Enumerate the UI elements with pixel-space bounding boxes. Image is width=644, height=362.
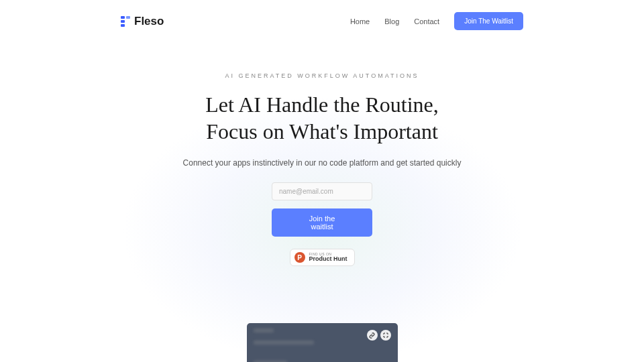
logo-icon bbox=[121, 16, 130, 27]
hero-title-line1: Let AI Handle the Routine, bbox=[205, 93, 438, 117]
nav-home[interactable]: Home bbox=[350, 17, 370, 25]
brand-name: Fleso bbox=[134, 15, 164, 28]
blur-line bbox=[254, 341, 314, 345]
video-blur-content bbox=[254, 328, 314, 362]
fullscreen-icon[interactable] bbox=[380, 330, 391, 341]
demo-video-preview[interactable] bbox=[247, 323, 398, 362]
product-hunt-icon: P bbox=[294, 252, 305, 263]
product-hunt-badge[interactable]: P FIND US ON Product Hunt bbox=[290, 249, 355, 266]
hero-title-line2: Focus on What's Important bbox=[206, 119, 438, 143]
product-hunt-name: Product Hunt bbox=[309, 256, 347, 262]
svg-rect-0 bbox=[121, 16, 125, 19]
header-waitlist-button[interactable]: Join The Waitlist bbox=[454, 12, 523, 30]
hero-content: AI GENERATED WORKFLOW AUTOMATIONS Let AI… bbox=[0, 72, 644, 362]
main-nav: Home Blog Contact Join The Waitlist bbox=[350, 12, 523, 30]
blur-line bbox=[254, 328, 274, 333]
nav-contact[interactable]: Contact bbox=[414, 17, 439, 25]
site-header: Fleso Home Blog Contact Join The Waitlis… bbox=[0, 0, 644, 42]
copy-link-icon[interactable] bbox=[367, 330, 378, 341]
brand-logo[interactable]: Fleso bbox=[121, 15, 164, 28]
nav-blog[interactable]: Blog bbox=[384, 17, 399, 25]
hero-title: Let AI Handle the Routine, Focus on What… bbox=[0, 91, 644, 145]
svg-rect-3 bbox=[121, 24, 125, 27]
hero-subtitle: Connect your apps instinctively in our n… bbox=[0, 158, 644, 168]
svg-rect-2 bbox=[121, 20, 125, 23]
video-controls bbox=[367, 330, 391, 341]
hero-eyebrow: AI GENERATED WORKFLOW AUTOMATIONS bbox=[0, 72, 644, 79]
email-input[interactable] bbox=[272, 182, 372, 200]
svg-rect-1 bbox=[126, 16, 130, 19]
product-hunt-text: FIND US ON Product Hunt bbox=[309, 253, 347, 262]
hero-section: AI GENERATED WORKFLOW AUTOMATIONS Let AI… bbox=[0, 42, 644, 362]
join-waitlist-button[interactable]: Join the waitlist bbox=[272, 208, 372, 237]
